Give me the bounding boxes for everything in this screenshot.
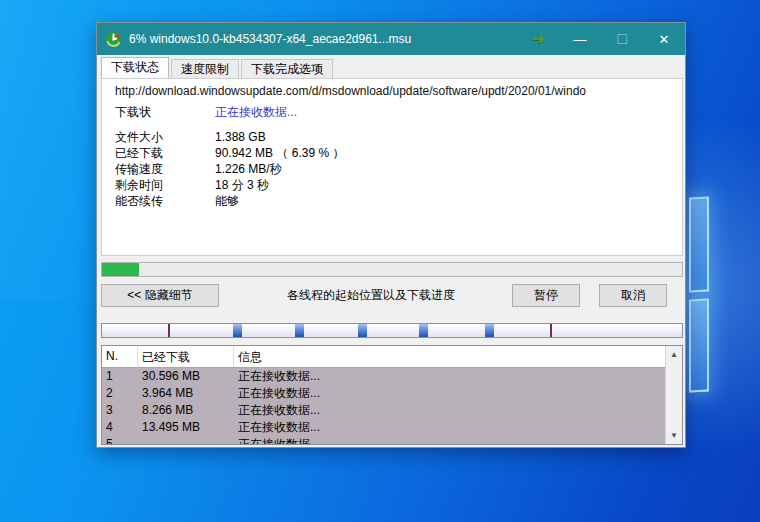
thread-active-marker <box>358 324 367 337</box>
table-cell: 正在接收数据... <box>234 385 665 402</box>
table-cell: 1 <box>102 368 138 385</box>
window-title: 6% windows10.0-kb4534307-x64_aecae2d961.… <box>129 32 517 46</box>
thread-start-marker <box>168 324 170 337</box>
field-label: 已经下载 <box>115 145 215 161</box>
table-row[interactable]: 130.596 MB正在接收数据... <box>102 368 665 385</box>
tab-1[interactable]: 速度限制 <box>171 59 239 78</box>
table-cell: 30.596 MB <box>138 368 234 385</box>
table-row[interactable]: 23.964 MB正在接收数据... <box>102 385 665 402</box>
thread-active-marker <box>485 324 494 337</box>
table-body: 130.596 MB正在接收数据...23.964 MB正在接收数据...38.… <box>102 368 665 444</box>
table-row[interactable]: 413.495 MB正在接收数据... <box>102 419 665 436</box>
scroll-down-icon[interactable]: ▼ <box>666 427 682 444</box>
titlebar[interactable]: 6% windows10.0-kb4534307-x64_aecae2d961.… <box>97 23 685 55</box>
table-cell: 正在接收数据... <box>234 436 665 444</box>
field-label: 剩余时间 <box>115 177 215 193</box>
progress-fill <box>102 263 139 276</box>
pause-button[interactable]: 暂停 <box>512 284 580 307</box>
thread-progress-bar <box>101 323 683 338</box>
table-cell: 5 <box>102 436 138 444</box>
table-cell: 13.495 MB <box>138 419 234 436</box>
thread-active-marker <box>233 324 242 337</box>
threads-table: N.已经下载信息 130.596 MB正在接收数据...23.964 MB正在接… <box>101 345 683 445</box>
status-field-row: 已经下载90.942 MB （ 6.39 % ） <box>115 145 676 161</box>
field-value: 90.942 MB （ 6.39 % ） <box>215 145 344 161</box>
column-header[interactable]: 信息 <box>234 346 665 367</box>
tab-0[interactable]: 下载状态 <box>101 57 169 78</box>
idm-download-window: 6% windows10.0-kb4534307-x64_aecae2d961.… <box>96 22 686 448</box>
hide-details-button[interactable]: << 隐藏细节 <box>101 284 219 307</box>
table-cell: 3 <box>102 402 138 419</box>
idm-tray-arrow-icon[interactable]: ➜ <box>517 23 559 55</box>
status-field-row: 文件大小1.388 GB <box>115 129 676 145</box>
column-header[interactable]: 已经下载 <box>138 346 234 367</box>
status-field-row: 能否续传能够 <box>115 193 676 209</box>
field-value: 1.226 MB/秒 <box>215 161 282 177</box>
status-field-row: 传输速度1.226 MB/秒 <box>115 161 676 177</box>
maximize-button[interactable]: ☐ <box>601 23 643 55</box>
table-cell: 8.266 MB <box>138 402 234 419</box>
table-cell: 正在接收数据... <box>234 368 665 385</box>
field-value: 1.388 GB <box>215 129 266 145</box>
status-field-row: 下载状正在接收数据... <box>115 104 676 120</box>
column-header[interactable]: N. <box>102 346 138 367</box>
idm-app-icon <box>105 31 122 48</box>
download-url: http://download.windowsupdate.com/d/msdo… <box>115 84 676 98</box>
status-panel: http://download.windowsupdate.com/d/msdo… <box>101 78 683 256</box>
thread-active-marker <box>295 324 304 337</box>
threads-caption: 各线程的起始位置以及下载进度 <box>257 287 485 304</box>
table-cell: 4 <box>102 419 138 436</box>
table-scrollbar[interactable]: ▲ ▼ <box>665 346 682 444</box>
cancel-button[interactable]: 取消 <box>599 284 667 307</box>
status-fields: 下载状正在接收数据...文件大小1.388 GB已经下载90.942 MB （ … <box>115 104 676 209</box>
status-field-row: 剩余时间18 分 3 秒 <box>115 177 676 193</box>
buttons-row: << 隐藏细节 各线程的起始位置以及下载进度 暂停 取消 <box>97 284 685 308</box>
table-cell: 正在接收数据... <box>234 419 665 436</box>
tab-2[interactable]: 下载完成选项 <box>241 59 333 78</box>
windows-logo-pane-bottom <box>689 298 709 392</box>
table-header: N.已经下载信息 <box>102 346 665 368</box>
table-row[interactable]: 5正在接收数据... <box>102 436 665 444</box>
thread-active-marker <box>419 324 428 337</box>
table-cell: 正在接收数据... <box>234 402 665 419</box>
field-value: 正在接收数据... <box>215 104 297 120</box>
table-cell: 3.964 MB <box>138 385 234 402</box>
field-value: 18 分 3 秒 <box>215 177 269 193</box>
field-value: 能够 <box>215 193 239 209</box>
table-cell: 2 <box>102 385 138 402</box>
minimize-button[interactable]: — <box>559 23 601 55</box>
field-label: 传输速度 <box>115 161 215 177</box>
windows-logo-pane-top <box>689 196 709 292</box>
tab-bar: 下载状态速度限制下载完成选项 <box>101 57 681 78</box>
close-button[interactable]: ✕ <box>643 23 685 55</box>
field-label: 文件大小 <box>115 129 215 145</box>
thread-start-marker <box>550 324 552 337</box>
table-cell <box>138 436 234 444</box>
scroll-up-icon[interactable]: ▲ <box>666 346 682 363</box>
table-row[interactable]: 38.266 MB正在接收数据... <box>102 402 665 419</box>
field-label: 能否续传 <box>115 193 215 209</box>
field-label: 下载状 <box>115 104 215 120</box>
main-progress-bar <box>101 262 683 277</box>
desktop-wallpaper: 6% windows10.0-kb4534307-x64_aecae2d961.… <box>0 0 760 522</box>
